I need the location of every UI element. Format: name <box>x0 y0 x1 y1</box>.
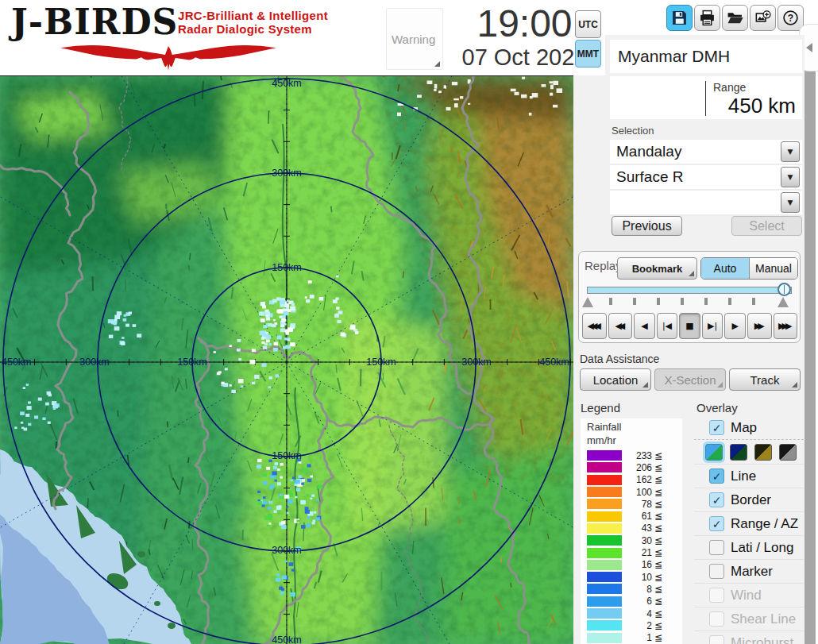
replay-timeline-handle[interactable] <box>777 283 791 296</box>
legend-color-swatch <box>587 450 622 461</box>
print-button[interactable] <box>694 5 720 31</box>
site-select[interactable]: Mandalay ▼ <box>610 140 802 165</box>
logo-title: J-BIRDS <box>11 5 178 40</box>
overlay-item-label: Shear Line <box>731 611 796 627</box>
legend-value: 8 <box>622 584 652 595</box>
less-equal-icon: ≦ <box>654 632 662 643</box>
fast-forward-2-button[interactable]: ▶▶ <box>747 313 772 339</box>
overlay-item-map[interactable]: ✓Map <box>694 416 804 440</box>
overlay-item-label: Lati / Long <box>731 540 793 556</box>
save-button[interactable] <box>666 5 693 31</box>
legend-color-swatch <box>587 620 622 631</box>
selection-label: Selection <box>612 125 654 137</box>
overlay-item-marker[interactable]: Marker <box>694 560 804 584</box>
overlay-item-label: Wind <box>731 588 762 604</box>
legend-row: 10≦ <box>587 571 682 583</box>
less-equal-icon: ≦ <box>654 547 662 558</box>
overlay-item-lati-long[interactable]: Lati / Long <box>694 536 804 560</box>
chevron-down-icon: ▼ <box>788 148 793 156</box>
previous-button[interactable]: Previous <box>612 216 682 236</box>
dropdown-button[interactable]: ▼ <box>781 167 800 187</box>
less-equal-icon: ≦ <box>654 499 662 510</box>
legend-value: 2 <box>622 620 652 631</box>
data-assistance-label: Data Assistance <box>580 353 659 365</box>
panel-scrollbar[interactable] <box>804 38 816 644</box>
menu-corner-icon <box>792 382 797 388</box>
legend-color-swatch <box>587 548 622 558</box>
overlay-list: ✓Map✓Line✓Border✓Range / AZLati / LongMa… <box>694 416 804 644</box>
overlay-item-label: Map <box>731 420 757 436</box>
legend-row: 8≦ <box>587 583 682 595</box>
bookmark-button[interactable]: Bookmark <box>617 257 697 280</box>
dropdown-button[interactable]: ▼ <box>781 192 800 213</box>
location-button[interactable]: Location <box>580 368 651 391</box>
help-button[interactable]: ? <box>777 5 804 31</box>
play-button[interactable]: ▶ <box>724 313 746 339</box>
map-style-gray[interactable] <box>779 444 797 461</box>
legend-row: 21≦ <box>587 546 682 558</box>
x-section-button[interactable]: X-Section <box>654 368 726 391</box>
overlay-item-microburst[interactable]: Microburst <box>694 631 804 644</box>
checkbox[interactable] <box>709 635 724 644</box>
timeline-end-marker[interactable] <box>777 297 789 307</box>
map-style-olive[interactable] <box>754 444 772 461</box>
fast-forward-3-button[interactable]: ▶▶▶ <box>774 313 798 339</box>
map-style-swatches <box>694 440 804 465</box>
map-style-terrain[interactable] <box>705 444 723 461</box>
overlay-item-line[interactable]: ✓Line <box>694 465 804 488</box>
warning-button[interactable]: Warning <box>386 8 443 70</box>
timeline-tick <box>633 298 636 305</box>
range-ring-label: 450km <box>539 357 569 368</box>
data-assistance-buttons: LocationX-SectionTrack <box>580 368 801 391</box>
overlay-item-shear-line[interactable]: Shear Line <box>694 607 804 631</box>
range-ring-label: 300km <box>272 168 302 179</box>
manual-mode-button[interactable]: Manual <box>749 258 797 279</box>
select-button[interactable]: Select <box>731 216 802 236</box>
product-select[interactable]: Surface R ▼ <box>610 165 802 191</box>
checkbox[interactable] <box>709 588 724 603</box>
checkbox[interactable] <box>709 540 724 555</box>
legend-color-swatch <box>587 535 622 546</box>
map-style-dark[interactable] <box>730 444 747 461</box>
stop-button[interactable]: ■ <box>679 313 700 339</box>
checkbox[interactable]: ✓ <box>709 420 724 435</box>
mmt-toggle-button[interactable]: MMT <box>575 40 601 67</box>
open-file-button[interactable] <box>722 5 748 31</box>
checkbox[interactable]: ✓ <box>709 516 724 531</box>
export-image-button[interactable] <box>750 5 776 31</box>
add-image-icon <box>754 10 771 26</box>
step-forward-button[interactable]: ▶| <box>702 313 723 339</box>
checkbox[interactable] <box>709 611 724 627</box>
radar-map[interactable]: 450km 300km 150km 150km 300km 450km 450k… <box>0 75 573 644</box>
fast-rewind-3-button[interactable]: ◀◀◀ <box>582 313 607 339</box>
less-equal-icon: ≦ <box>654 596 662 607</box>
legend-value: 43 <box>622 523 652 534</box>
overlay-item-wind[interactable]: Wind <box>694 584 804 607</box>
range-ring-label: 150km <box>272 262 302 273</box>
dropdown-button[interactable]: ▼ <box>781 141 800 162</box>
less-equal-icon: ≦ <box>654 450 662 461</box>
legend-row: 6≦ <box>587 596 682 607</box>
overlay-item-border[interactable]: ✓Border <box>694 488 804 512</box>
overlay-item-range-az[interactable]: ✓Range / AZ <box>694 512 804 536</box>
collapse-left-icon <box>806 43 812 52</box>
checkbox[interactable] <box>709 564 724 579</box>
less-equal-icon: ≦ <box>654 535 662 546</box>
auto-mode-button[interactable]: Auto <box>701 258 749 279</box>
option-select[interactable]: ▼ <box>610 191 802 216</box>
menu-corner-icon <box>434 61 440 67</box>
checkbox[interactable]: ✓ <box>709 469 724 484</box>
play-backward-button[interactable]: ◀ <box>634 313 655 339</box>
checkbox[interactable]: ✓ <box>709 492 724 507</box>
utc-toggle-button[interactable]: UTC <box>575 10 601 38</box>
menu-corner-icon <box>642 382 648 388</box>
timeline-tick <box>728 298 731 305</box>
track-button[interactable]: Track <box>729 368 801 391</box>
range-ring-label: 150km <box>366 357 396 368</box>
less-equal-icon: ≦ <box>654 462 662 473</box>
timeline-start-marker[interactable] <box>582 297 593 307</box>
legend-row: 206≦ <box>587 461 682 473</box>
replay-timeline-track[interactable] <box>587 287 792 294</box>
fast-rewind-2-button[interactable]: ◀◀ <box>608 313 633 339</box>
step-back-button[interactable]: |◀ <box>657 313 678 339</box>
